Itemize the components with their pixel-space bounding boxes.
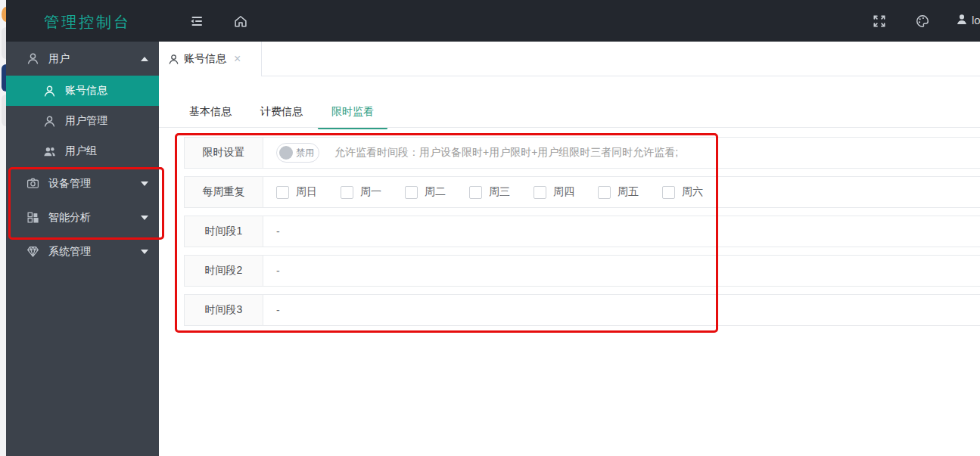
tab-basic-info[interactable]: 基本信息	[189, 105, 232, 129]
form-label: 时间段3	[184, 295, 263, 325]
sidebar: 用户 账号信息 用户管理	[6, 42, 159, 456]
form-label: 每周重复	[184, 177, 263, 207]
sidebar-item-label: 设备管理	[48, 177, 91, 191]
weekday-option: 周四	[534, 185, 598, 199]
tab-time-limit-monitor[interactable]: 限时监看	[331, 105, 374, 129]
checkbox-monday[interactable]	[341, 186, 353, 199]
checkbox-tuesday[interactable]	[405, 186, 418, 199]
sidebar-item-account-info[interactable]: 账号信息	[6, 76, 159, 106]
sidebar-item-system-management[interactable]: 系统管理	[6, 234, 159, 268]
checkbox-sunday[interactable]	[276, 186, 289, 199]
weekday-option: 周五	[598, 185, 662, 199]
weekday-option: 周三	[469, 185, 534, 199]
chevron-down-icon	[141, 250, 148, 254]
topbar: 管理控制台	[6, 0, 980, 42]
weekday-option: 周六	[662, 185, 726, 199]
user-menu[interactable]: lo	[955, 13, 980, 26]
form-value: 周日 周一 周二 周三	[263, 177, 980, 207]
sidebar-item-intelligent-analysis[interactable]: 智能分析	[6, 200, 159, 234]
form-label: 限时设置	[184, 138, 263, 168]
sidebar-item-user-groups[interactable]: 用户组	[6, 136, 159, 166]
time-period-1-value: -	[276, 225, 280, 237]
screen: 管理控制台	[0, 0, 980, 456]
camera-icon	[26, 177, 39, 190]
checkbox-thursday[interactable]	[534, 186, 546, 199]
time-limit-toggle[interactable]: 禁用	[276, 143, 319, 163]
app-title: 管理控制台	[44, 12, 131, 33]
subtabs-divider	[159, 127, 980, 128]
sidebar-item-user-management[interactable]: 用户管理	[6, 106, 159, 136]
gem-icon	[26, 245, 39, 258]
tab-account-info[interactable]: 账号信息 ×	[159, 42, 262, 76]
form-row-time-period-2: 时间段2 -	[184, 255, 980, 287]
blocks-icon	[26, 211, 39, 224]
user-outline-icon	[43, 115, 56, 128]
form-row-time-period-3: 时间段3 -	[184, 294, 980, 326]
checkbox-saturday[interactable]	[662, 186, 675, 199]
form-label: 时间段2	[184, 256, 263, 286]
weekday-option: 周一	[341, 185, 405, 199]
tabbar: 账号信息 ×	[159, 42, 980, 76]
subtabs: 基本信息 计费信息 限时监看	[189, 105, 374, 129]
sidebar-item-users[interactable]: 用户	[6, 42, 159, 76]
sidebar-item-label: 用户管理	[65, 114, 107, 128]
form-value: -	[263, 256, 980, 286]
checkbox-friday[interactable]	[598, 186, 611, 199]
user-outline-icon	[43, 85, 56, 98]
time-period-2-value: -	[276, 265, 280, 277]
form-value: -	[263, 216, 980, 247]
tab-billing-info[interactable]: 计费信息	[260, 105, 303, 129]
sidebar-item-label: 智能分析	[48, 211, 91, 225]
theme-palette-icon[interactable]	[915, 14, 930, 29]
collapse-sidebar-icon[interactable]	[189, 14, 204, 29]
time-limit-hint: 允许监看时间段：用户设备限时+用户限时+用户组限时三者同时允许监看;	[334, 146, 678, 160]
sidebar-item-label: 账号信息	[65, 84, 107, 98]
form-value: 禁用 允许监看时间段：用户设备限时+用户限时+用户组限时三者同时允许监看;	[263, 138, 980, 168]
weekday-option: 周日	[276, 185, 341, 199]
sidebar-item-label: 系统管理	[48, 245, 91, 259]
chevron-down-icon	[141, 216, 148, 220]
form-row-time-period-1: 时间段1 -	[184, 216, 980, 247]
user-avatar-icon	[955, 13, 969, 26]
tab-label: 账号信息	[184, 52, 226, 66]
chevron-up-icon	[141, 57, 148, 61]
toggle-label: 禁用	[296, 147, 314, 160]
checkbox-wednesday[interactable]	[469, 186, 482, 199]
weekday-option: 周二	[405, 185, 469, 199]
sidebar-item-label: 用户组	[65, 144, 97, 158]
main-content: 账号信息 × 基本信息 计费信息 限时监看 限时设置 禁用 允许监看时间段：用户…	[159, 42, 980, 456]
form-value: -	[263, 295, 980, 325]
user-outline-icon	[26, 52, 39, 65]
time-period-3-value: -	[276, 304, 280, 316]
user-outline-icon	[168, 54, 179, 65]
username-label: lo	[972, 14, 980, 26]
time-limit-form: 限时设置 禁用 允许监看时间段：用户设备限时+用户限时+用户组限时三者同时允许监…	[184, 137, 980, 333]
fullscreen-icon[interactable]	[872, 14, 887, 29]
form-label: 时间段1	[184, 216, 263, 247]
close-icon[interactable]: ×	[234, 53, 241, 65]
background-window-strip	[0, 0, 6, 456]
form-row-weekly-repeat: 每周重复 周日 周一 周二	[184, 176, 980, 208]
home-icon[interactable]	[233, 14, 248, 29]
sidebar-item-label: 用户	[48, 52, 70, 66]
sidebar-item-device-management[interactable]: 设备管理	[6, 166, 159, 200]
form-row-time-limit-setting: 限时设置 禁用 允许监看时间段：用户设备限时+用户限时+用户组限时三者同时允许监…	[184, 137, 980, 169]
toggle-knob	[279, 146, 293, 160]
chevron-down-icon	[141, 181, 148, 186]
user-group-icon	[43, 145, 56, 158]
